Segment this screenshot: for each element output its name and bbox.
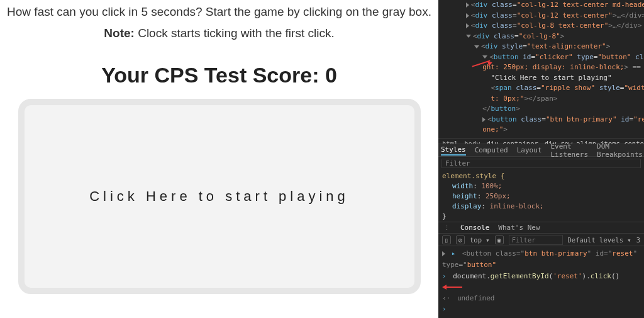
elements-tree[interactable]: <div class="col-lg-12 text-center md-hea… [438, 0, 644, 138]
dom-node-line[interactable]: </button> [441, 104, 641, 115]
css-rule-close: } [442, 212, 640, 222]
red-arrow-annotation [442, 285, 466, 290]
dom-node-line[interactable]: <div class="col-lg-12 text-center">…</di… [441, 11, 641, 21]
instructions-text: How fast can you click in 5 seconds? Sta… [6, 1, 432, 44]
expand-icon[interactable] [482, 117, 486, 122]
dom-node-line[interactable]: t: 0px;"></span> [441, 94, 641, 105]
expand-icon[interactable] [466, 13, 469, 18]
dom-node-line[interactable]: ght: 250px; display: inline-block;> == $… [441, 62, 641, 73]
styles-filter-input[interactable]: Filter [441, 159, 641, 168]
styles-rules[interactable]: element.style {width: 100%; height: 250p… [438, 170, 644, 222]
collapse-icon[interactable] [474, 45, 479, 48]
subtab-computed[interactable]: Computed [475, 146, 508, 154]
breadcrumb-item[interactable]: body [464, 140, 480, 145]
dom-node-line[interactable]: <div class="col-lg-8 text-center">…</div… [441, 21, 641, 31]
subtab-styles[interactable]: Styles [441, 145, 466, 156]
clear-console-icon[interactable]: ⊘ [456, 236, 465, 244]
console-line: ‹· undefined [442, 293, 640, 304]
css-selector[interactable]: element.style { [442, 171, 640, 181]
breadcrumb-item[interactable]: div.container [487, 140, 538, 145]
console-prompt[interactable]: › [442, 304, 640, 315]
css-property[interactable]: height: 250px; [442, 191, 640, 202]
console-output[interactable]: ▸ <button class="btn btn-primary" id="re… [438, 246, 644, 318]
expand-icon[interactable] [466, 3, 469, 8]
console-line: › document.getElementById('reset').click… [442, 271, 640, 293]
collapse-icon[interactable] [466, 35, 471, 38]
dom-node-line[interactable]: <button class="btn btn-primary" id="rese… [441, 115, 641, 125]
styles-subtabs[interactable]: StylesComputedLayoutEvent ListenersDOM B… [438, 144, 644, 157]
score-heading: Your CPS Test Score: 0 [6, 63, 432, 88]
dom-node-line[interactable]: <span class="ripple show" style="width: … [441, 83, 641, 94]
dom-node-line[interactable]: "Click Here to start playing" [441, 73, 641, 84]
whats-new-tab[interactable]: What's New [498, 224, 540, 232]
page-content: How fast can you click in 5 seconds? Sta… [0, 0, 438, 318]
context-selector[interactable]: top ▾ [470, 236, 490, 244]
breadcrumb-item[interactable]: html [442, 140, 458, 145]
clicker-button[interactable]: Click Here to start playing [18, 99, 421, 294]
expand-icon[interactable] [442, 251, 445, 256]
instructions-post: Clock starts ticking with the first clic… [138, 26, 335, 40]
subtab-event-listeners[interactable]: Event Listeners [550, 142, 588, 159]
console-drawer-tabs[interactable]: ⋮ Console What's New [438, 222, 644, 234]
console-line: ▸ <button class="btn btn-primary" id="re… [442, 248, 640, 270]
eye-icon[interactable]: ◉ [495, 236, 504, 244]
subtab-layout[interactable]: Layout [517, 146, 542, 154]
console-tab[interactable]: Console [460, 224, 489, 232]
collapse-icon[interactable] [482, 55, 487, 59]
devtools-panel: <div class="col-lg-12 text-center md-hea… [438, 0, 644, 318]
console-filter-input[interactable]: Filter [509, 235, 563, 245]
issues-count[interactable]: 3 [636, 236, 640, 244]
instructions-pre: How fast can you click in 5 seconds? Sta… [7, 5, 431, 18]
css-property[interactable]: width: 100%; [442, 181, 640, 191]
subtab-dom-breakpoints[interactable]: DOM Breakpoints [597, 142, 643, 159]
sidebar-toggle-icon[interactable]: ▯ [442, 236, 451, 244]
drawer-menu-icon[interactable]: ⋮ [443, 224, 450, 232]
dom-node-line[interactable]: <div style="text-align:center"> [441, 42, 641, 52]
dom-node-line[interactable]: <button id="clicker" type="button" class… [441, 52, 641, 63]
css-property[interactable]: display: inline-block; [442, 202, 640, 212]
expand-icon[interactable] [466, 23, 469, 28]
dom-node-line[interactable]: <div class="col-lg-8"> [441, 31, 641, 42]
log-levels-selector[interactable]: Default levels ▾ [568, 236, 631, 244]
dom-node-line[interactable]: one;"> [441, 125, 641, 135]
dom-node-line[interactable]: <div class="col-lg-12 text-center md-hea… [441, 0, 641, 11]
note-label: Note: [104, 26, 135, 40]
console-toolbar: ▯ ⊘ top ▾ ◉ Filter Default levels ▾ 3 [438, 234, 644, 246]
clicker-button-label: Click Here to start playing [89, 188, 349, 205]
score-value: 0 [325, 63, 337, 87]
